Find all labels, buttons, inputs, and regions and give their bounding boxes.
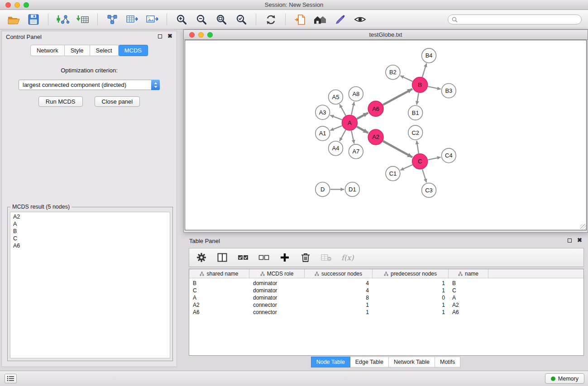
report-button[interactable] <box>293 12 307 27</box>
zoom-selected-button[interactable] <box>234 12 249 27</box>
optimization-criterion-dropdown[interactable]: largest connected component (directed) <box>19 80 160 90</box>
close-panel-icon[interactable]: ✖ <box>167 33 172 39</box>
node-A7[interactable]: A7 <box>349 144 363 159</box>
result-item[interactable]: C <box>10 235 170 242</box>
node-B[interactable]: B <box>412 77 428 93</box>
network-close-button[interactable] <box>189 32 195 38</box>
network-canvas[interactable]: B4B2BB3A5A8A6B1A3AC2A1A2A4A7C4CC1C3DD1 <box>185 40 587 230</box>
column-header[interactable]: name <box>449 269 488 278</box>
apply-layout-button[interactable] <box>263 12 278 27</box>
zoom-in-button[interactable] <box>174 12 189 27</box>
result-item[interactable]: A <box>10 220 170 228</box>
home-button[interactable] <box>313 12 327 27</box>
edge-B-B1[interactable] <box>417 93 419 105</box>
node-D[interactable]: D <box>316 182 330 197</box>
node-C3[interactable]: C3 <box>422 183 436 197</box>
select-all-button[interactable] <box>237 252 249 263</box>
tab-style[interactable]: Style <box>65 45 90 56</box>
close-table-panel-icon[interactable]: ✖ <box>577 238 582 243</box>
edge-C-C1[interactable] <box>400 165 412 170</box>
zoom-window-button[interactable] <box>24 2 29 8</box>
edge-B-B4[interactable] <box>422 63 426 77</box>
task-history-button[interactable] <box>5 374 17 383</box>
tab-select[interactable]: Select <box>90 45 119 56</box>
edge-A2-C[interactable] <box>383 141 412 157</box>
edge-C-C4[interactable] <box>428 157 441 160</box>
table-row[interactable]: Adominator80A <box>189 294 583 301</box>
result-item[interactable]: B <box>10 228 170 235</box>
tab-network[interactable]: Network <box>30 45 65 56</box>
node-A[interactable]: A <box>342 115 357 130</box>
add-column-button[interactable] <box>279 252 291 263</box>
node-C[interactable]: C <box>412 154 428 169</box>
export-table-button[interactable] <box>125 12 139 27</box>
result-item[interactable]: A6 <box>10 242 170 249</box>
edge-A-A5[interactable] <box>339 104 346 115</box>
column-header[interactable]: predecessor nodes <box>373 269 449 278</box>
zoom-out-button[interactable] <box>194 12 209 27</box>
show-columns-button[interactable] <box>216 252 228 263</box>
network-zoom-button[interactable] <box>207 32 213 38</box>
node-B2[interactable]: B2 <box>386 65 400 80</box>
edge-A-A8[interactable] <box>351 102 354 115</box>
edge-B-B2[interactable] <box>400 76 412 81</box>
tab-node-table[interactable]: Node Table <box>311 357 350 367</box>
edge-A6-B[interactable] <box>383 89 412 105</box>
export-network-button[interactable] <box>105 12 120 27</box>
memory-button[interactable]: Memory <box>545 373 584 384</box>
delete-column-button[interactable] <box>300 252 311 263</box>
zoom-fit-button[interactable] <box>214 12 229 27</box>
run-mcds-button[interactable]: Run MCDS <box>38 96 83 107</box>
edge-A-A1[interactable] <box>330 126 342 131</box>
function-builder-button[interactable]: f(x) <box>341 252 354 263</box>
float-table-panel-icon[interactable] <box>568 238 572 243</box>
network-minimize-button[interactable] <box>198 32 204 38</box>
tab-network-table[interactable]: Network Table <box>389 357 435 367</box>
deselect-all-button[interactable] <box>258 252 270 263</box>
node-A1[interactable]: A1 <box>316 126 330 141</box>
edge-A-A6[interactable] <box>357 113 368 119</box>
table-settings-button[interactable] <box>196 252 207 263</box>
column-header[interactable]: successor nodes <box>305 269 373 278</box>
table-row[interactable]: A2connector11A2 <box>189 301 583 309</box>
edge-C-C3[interactable] <box>422 169 426 182</box>
search-box[interactable] <box>448 14 582 24</box>
node-B3[interactable]: B3 <box>441 84 456 98</box>
import-network-button[interactable] <box>56 12 70 27</box>
style-brush-button[interactable] <box>333 12 347 27</box>
save-session-button[interactable] <box>26 12 41 27</box>
export-image-button[interactable] <box>145 12 159 27</box>
edge-B-B3[interactable] <box>428 86 441 89</box>
node-B1[interactable]: B1 <box>408 105 423 120</box>
table-row[interactable]: A6connector11A6 <box>189 309 583 316</box>
edge-A-A7[interactable] <box>351 131 354 144</box>
node-A3[interactable]: A3 <box>316 105 330 119</box>
node-A8[interactable]: A8 <box>349 87 363 101</box>
tab-motifs[interactable]: Motifs <box>435 357 460 367</box>
edge-A-A3[interactable] <box>330 115 342 120</box>
import-table-button[interactable] <box>76 12 90 27</box>
result-item[interactable]: A2 <box>10 213 170 220</box>
edge-A-A4[interactable] <box>339 130 346 141</box>
resize-grip[interactable] <box>580 224 586 230</box>
table-row[interactable]: Bdominator41B <box>189 280 583 287</box>
close-panel-button[interactable]: Close panel <box>95 96 140 107</box>
column-header[interactable]: MCDS role <box>249 269 305 278</box>
tab-mcds[interactable]: MCDS <box>119 45 148 56</box>
close-window-button[interactable] <box>5 2 11 8</box>
delete-table-button[interactable] <box>320 252 332 263</box>
node-A5[interactable]: A5 <box>329 90 343 104</box>
node-B4[interactable]: B4 <box>422 48 436 63</box>
node-C1[interactable]: C1 <box>386 167 400 181</box>
node-D1[interactable]: D1 <box>345 182 359 197</box>
search-input[interactable] <box>460 16 578 23</box>
show-details-button[interactable] <box>353 12 367 27</box>
node-A4[interactable]: A4 <box>329 141 343 156</box>
node-A2[interactable]: A2 <box>368 129 383 145</box>
minimize-window-button[interactable] <box>14 2 20 8</box>
open-session-button[interactable] <box>6 12 21 27</box>
edge-C-C2[interactable] <box>416 141 418 153</box>
tab-edge-table[interactable]: Edge Table <box>350 357 389 367</box>
table-row[interactable]: Cdominator41C <box>189 287 583 294</box>
node-A6[interactable]: A6 <box>368 101 383 116</box>
